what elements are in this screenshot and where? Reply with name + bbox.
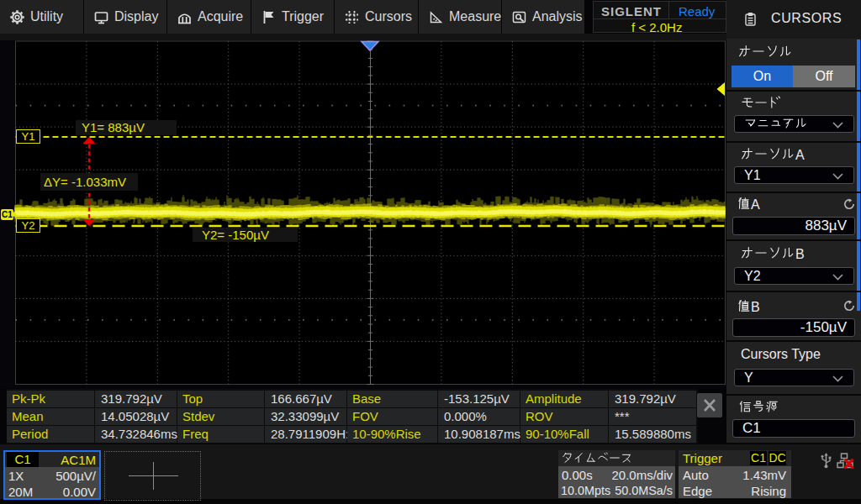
svg-text:B: B <box>795 247 805 261</box>
svg-text:A: A <box>751 197 760 212</box>
svg-text:B: B <box>751 300 760 314</box>
svg-text:A: A <box>795 148 805 162</box>
